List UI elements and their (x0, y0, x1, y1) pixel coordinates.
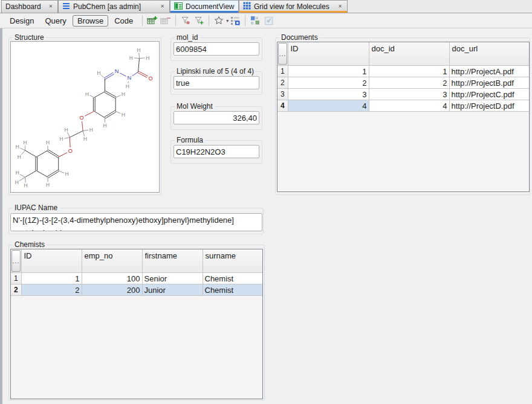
layout-blocks-icon[interactable] (249, 14, 261, 27)
table-row: 333http://ProjectC.pdf (277, 89, 530, 100)
cell[interactable]: 2 (21, 284, 82, 296)
cell[interactable]: 2 (288, 77, 369, 89)
close-icon[interactable]: ✕ (48, 4, 54, 10)
row-header[interactable]: 2 (277, 77, 288, 89)
formula-field[interactable] (174, 145, 259, 158)
iupac-name-field[interactable]: N'-[(1Z)-{3-[2-(3,4-dimethylphenoxy)etho… (10, 213, 262, 231)
svg-text:H: H (122, 112, 125, 118)
column-header[interactable]: firstname (142, 249, 203, 273)
filter-clear-icon[interactable] (180, 14, 192, 27)
svg-text:H: H (83, 136, 87, 142)
svg-text:H: H (16, 170, 19, 176)
cell[interactable]: 100 (82, 273, 142, 284)
cell[interactable]: 3 (369, 89, 449, 100)
active-tab-underline (170, 11, 238, 13)
svg-text:H: H (85, 91, 89, 97)
documents-grid[interactable]: ...IDdoc_iddoc_url111http://ProjectA.pdf… (277, 42, 530, 192)
column-header[interactable]: ID (288, 42, 369, 66)
chemists-grid[interactable]: ...IDemp_nofirstnamesurname11100SeniorCh… (10, 249, 263, 399)
mode-query[interactable]: Query (40, 15, 71, 27)
svg-text:H: H (46, 182, 50, 188)
application-window: Dashboard ✕ PubChem [as admin] ✕ Documen… (0, 0, 532, 404)
iupac-line-2: acetohydrazide (13, 226, 260, 231)
tab-label: PubChem [as admin] (73, 2, 144, 11)
toolbar: Design Query Browse Code ▾ (0, 13, 532, 28)
close-icon[interactable]: ✕ (159, 4, 166, 10)
cell[interactable]: 2 (369, 77, 449, 89)
cell[interactable]: Chemist (203, 273, 263, 284)
tab-dashboard[interactable]: Dashboard ✕ (1, 0, 58, 13)
cell[interactable]: 1 (369, 66, 449, 77)
svg-text:N: N (115, 68, 119, 74)
mode-code[interactable]: Code (109, 15, 138, 27)
cell[interactable]: Chemist (203, 284, 263, 296)
cell[interactable]: http://ProjectB.pdf (449, 77, 530, 89)
svg-text:O: O (149, 75, 153, 82)
svg-text:H: H (16, 144, 19, 150)
grid-corner-button[interactable]: ... (11, 250, 21, 272)
formula-groupbox: Formula (170, 140, 262, 164)
add-record-icon[interactable] (146, 14, 158, 27)
cell[interactable]: Senior (142, 273, 203, 284)
chemists-label: Chemists (13, 240, 47, 249)
svg-text:H: H (97, 70, 101, 76)
mode-design[interactable]: Design (5, 15, 39, 27)
row-header[interactable]: 4 (277, 100, 288, 112)
mol-id-field[interactable] (174, 42, 259, 56)
tab-documentview[interactable]: DocumentView ✕ (170, 0, 239, 13)
column-header[interactable]: doc_url (449, 42, 530, 66)
svg-text:H: H (18, 154, 21, 160)
cell[interactable]: http://ProjectC.pdf (449, 89, 530, 100)
tab-pubchem[interactable]: PubChem [as admin] ✕ (58, 0, 170, 13)
cell[interactable]: 1 (21, 273, 82, 284)
lipinski-field[interactable] (174, 76, 259, 89)
cell[interactable]: 4 (369, 100, 449, 112)
cell[interactable]: 4 (288, 100, 369, 112)
record-details-icon[interactable] (229, 14, 241, 27)
table-row: 22200JuniorChemist (11, 284, 263, 296)
favorites-star-icon[interactable] (213, 14, 225, 27)
tab-label: Grid view for Molecules (254, 2, 333, 11)
cell[interactable]: http://ProjectA.pdf (449, 66, 530, 77)
svg-text:H: H (46, 139, 50, 146)
table-row: 444http://ProjectD.pdf (277, 100, 530, 112)
column-header[interactable]: doc_id (369, 42, 449, 66)
column-header[interactable]: emp_no (82, 249, 142, 273)
table-row: 222http://ProjectB.pdf (277, 77, 530, 89)
toolbar-separator (209, 15, 209, 26)
svg-text:O: O (79, 115, 83, 121)
toolbar-separator (142, 15, 143, 26)
modified-tab-underline (239, 11, 347, 13)
cell[interactable]: 200 (82, 284, 142, 296)
grid-corner-button[interactable]: ... (278, 43, 287, 65)
svg-text:H: H (129, 55, 133, 61)
svg-text:H: H (24, 139, 27, 146)
menu-icon (62, 2, 70, 11)
row-header[interactable]: 3 (277, 89, 288, 100)
mode-browse[interactable]: Browse (73, 15, 108, 27)
cell[interactable]: Junior (142, 284, 203, 296)
export-box-icon[interactable] (262, 14, 274, 27)
row-header[interactable]: 2 (11, 284, 21, 296)
cell[interactable]: 1 (288, 66, 369, 77)
structure-label: Structure (13, 33, 46, 42)
dropdown-caret-icon[interactable]: ▾ (226, 18, 229, 24)
tab-grid-view-molecules[interactable]: Grid view for Molecules ✕ (239, 0, 348, 13)
cell[interactable]: 3 (288, 89, 369, 100)
iupac-label: IUPAC Name (13, 204, 59, 212)
cell[interactable]: http://ProjectD.pdf (449, 100, 530, 112)
close-icon[interactable]: ✕ (337, 4, 343, 10)
row-header[interactable]: 1 (277, 66, 288, 77)
form-view-icon (174, 2, 183, 11)
tab-label: DocumentView (186, 2, 238, 11)
row-header[interactable]: 1 (11, 273, 21, 284)
filter-add-icon[interactable] (193, 14, 205, 27)
lipinski-label: Lipinski rule of 5 (4 of 4) (175, 67, 256, 75)
column-header[interactable]: ID (21, 249, 82, 273)
svg-text:N: N (127, 75, 131, 81)
delete-record-icon[interactable] (160, 14, 172, 27)
svg-text:H: H (24, 182, 28, 188)
mol-weight-field[interactable] (174, 111, 259, 124)
splitter-handle[interactable] (0, 28, 2, 404)
column-header[interactable]: surname (203, 249, 263, 273)
